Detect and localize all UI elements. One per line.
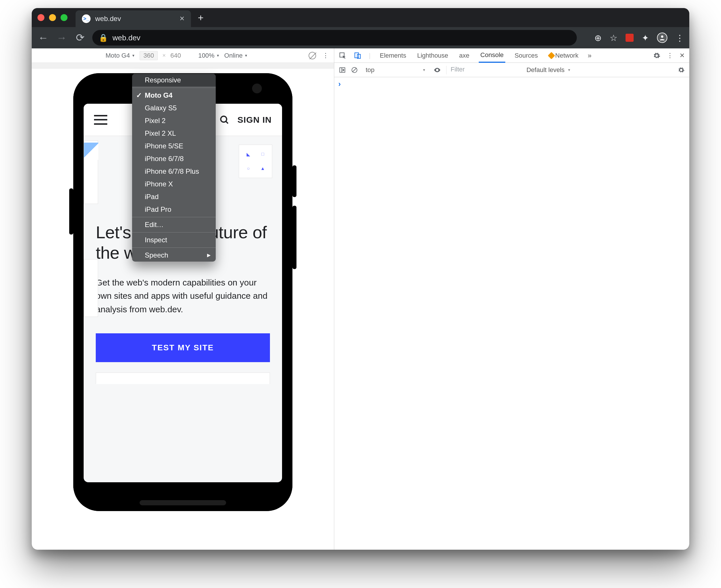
device-menu-item[interactable]: iPhone X [132, 178, 216, 190]
svg-line-10 [353, 68, 357, 72]
console-context-select[interactable]: top [363, 65, 428, 75]
device-menu-item[interactable]: Galaxy S5 [132, 102, 216, 114]
hero-side-card [84, 141, 98, 204]
square-icon: □ [257, 148, 268, 160]
address-bar[interactable]: 🔒 web.dev [92, 30, 577, 45]
device-menu-item[interactable]: iPad [132, 190, 216, 203]
device-menu-item[interactable]: Pixel 2 [132, 114, 216, 127]
close-window-icon[interactable] [38, 14, 44, 21]
devtools-tab-sources[interactable]: Sources [513, 48, 540, 63]
extensions-icon[interactable]: ✦ [642, 33, 649, 43]
devtools-tab-elements[interactable]: Elements [378, 48, 408, 63]
maximize-window-icon[interactable] [61, 14, 67, 21]
url-text: web.dev [113, 34, 140, 42]
devtools-more-tabs-icon[interactable]: » [588, 51, 592, 60]
browser-actions: ⊕ ☆ ✦ ⋮ [594, 33, 684, 43]
devtools-kebab-icon[interactable]: ⋮ [667, 52, 673, 59]
kebab-menu-icon[interactable]: ⋮ [676, 33, 684, 43]
devtools-pane: | ElementsLighthouseaxeConsoleSourcesNet… [334, 48, 689, 550]
console-prompt-icon: › [338, 80, 341, 88]
sign-in-link[interactable]: SIGN IN [237, 115, 272, 125]
console-toolbar: top Filter Default levels [334, 63, 689, 77]
device-height-input[interactable]: 640 [171, 52, 181, 59]
zoom-label: 100% [198, 52, 214, 59]
device-camera [252, 84, 262, 93]
zoom-select[interactable]: 100% ▼ [198, 52, 219, 59]
device-menu-responsive[interactable]: Responsive [132, 74, 216, 86]
favicon-icon: >_ [82, 15, 91, 23]
browser-window: >_ web.dev ✕ + ← → ⟳ 🔒 web.dev ⊕ ☆ ✦ [32, 8, 689, 550]
chevron-down-icon: ▼ [216, 54, 220, 58]
star-icon[interactable]: ☆ [610, 33, 618, 43]
devtools-tab-lighthouse[interactable]: Lighthouse [415, 48, 450, 63]
hero-shapes-card: ◣ □ ○ ▲ [239, 145, 272, 178]
lock-icon: 🔒 [99, 34, 108, 42]
card-peek [96, 373, 270, 384]
add-bookmark-icon[interactable]: ⊕ [594, 33, 602, 43]
device-select-menu[interactable]: Responsive Moto G4Galaxy S5Pixel 2Pixel … [132, 74, 216, 261]
device-menu-item[interactable]: Pixel 2 XL [132, 127, 216, 140]
dimension-separator: × [162, 52, 166, 59]
device-select-label: Moto G4 [105, 52, 130, 59]
device-menu-edit[interactable]: Edit… [132, 218, 216, 231]
viewport-ruler [32, 63, 334, 68]
warning-icon [548, 52, 555, 59]
chevron-down-icon: ▼ [244, 54, 248, 58]
toolbar: ← → ⟳ 🔒 web.dev ⊕ ☆ ✦ ⋮ [32, 27, 689, 48]
device-menu-item[interactable]: iPhone 5/SE [132, 140, 216, 152]
device-menu-item[interactable]: iPhone 6/7/8 Plus [132, 165, 216, 178]
devtools-close-icon[interactable]: ✕ [679, 52, 685, 59]
extension-icon[interactable] [625, 34, 634, 42]
console-sidebar-toggle-icon[interactable] [339, 66, 346, 74]
test-my-site-button[interactable]: TEST MY SITE [96, 333, 270, 362]
profile-avatar-icon[interactable] [657, 33, 667, 43]
browser-tab[interactable]: >_ web.dev ✕ [76, 10, 191, 27]
device-menu-item[interactable]: iPhone 6/7/8 [132, 152, 216, 165]
svg-rect-4 [355, 53, 359, 58]
svg-marker-8 [343, 69, 344, 71]
new-tab-button[interactable]: + [198, 12, 204, 23]
device-width-input[interactable]: 360 [140, 51, 158, 60]
device-select[interactable]: Moto G4 ▼ [105, 52, 135, 59]
triangle-icon: ◣ [243, 148, 254, 160]
device-side-button [293, 206, 297, 269]
rotate-icon[interactable] [308, 52, 316, 59]
triangle-up-icon: ▲ [257, 163, 268, 174]
forward-button[interactable]: → [55, 32, 68, 44]
search-icon[interactable] [219, 114, 230, 125]
console-body[interactable]: › [334, 77, 689, 550]
hero-subhead: Get the web's modern capabilities on you… [96, 276, 270, 316]
devtools-settings-icon[interactable] [653, 52, 660, 59]
device-menu-inspect[interactable]: Inspect [132, 234, 216, 246]
device-menu-speech[interactable]: Speech [132, 249, 216, 261]
back-button[interactable]: ← [37, 32, 49, 44]
svg-point-0 [661, 36, 663, 38]
device-menu-item[interactable]: Moto G4 [132, 89, 216, 102]
device-toolbar-more-icon[interactable]: ⋮ [322, 52, 329, 59]
devtools-tab-network[interactable]: Network [547, 48, 580, 63]
console-filter-input[interactable]: Filter [446, 66, 521, 74]
device-menu-item[interactable]: iPad Pro [132, 203, 216, 216]
devtools-tab-console[interactable]: Console [479, 48, 505, 63]
menu-icon[interactable] [94, 115, 107, 125]
close-tab-icon[interactable]: ✕ [179, 15, 185, 22]
live-expression-icon[interactable] [434, 66, 441, 74]
titlebar: >_ web.dev ✕ + [32, 8, 689, 27]
console-settings-icon[interactable] [678, 66, 685, 74]
throttle-select[interactable]: Online ▼ [224, 52, 248, 59]
minimize-window-icon[interactable] [49, 14, 56, 21]
log-level-select[interactable]: Default levels [526, 66, 571, 74]
toggle-device-icon[interactable] [354, 52, 361, 59]
clear-console-icon[interactable] [351, 66, 358, 74]
tab-title: web.dev [95, 15, 121, 23]
svg-point-1 [221, 116, 227, 122]
inspect-element-icon[interactable] [339, 52, 346, 59]
reload-button[interactable]: ⟳ [74, 32, 86, 44]
devtools-tab-label: axe [459, 52, 469, 59]
devtools-tab-label: Network [555, 52, 579, 59]
devtools-tab-label: Console [480, 51, 504, 59]
window-controls [38, 14, 67, 21]
devtools-tab-label: Lighthouse [417, 52, 448, 59]
devtools-tab-axe[interactable]: axe [457, 48, 471, 63]
device-side-button [293, 165, 297, 197]
